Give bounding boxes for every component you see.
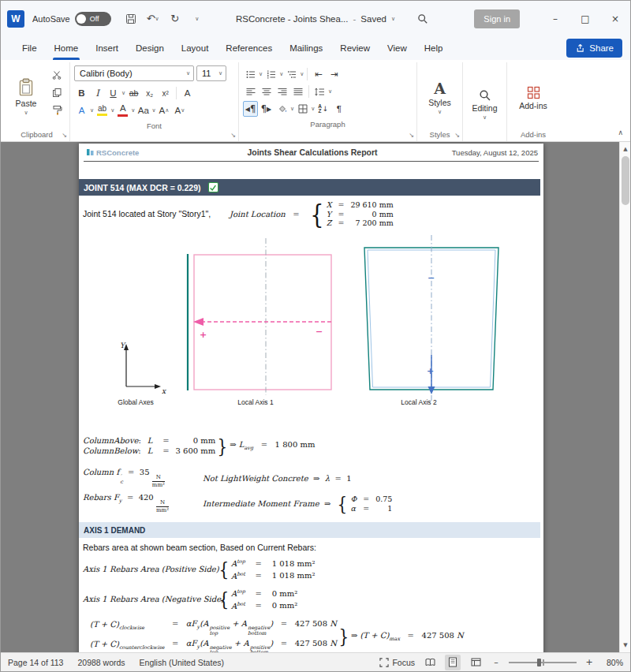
chevron-down-icon[interactable]: ∨ — [300, 71, 304, 77]
document-page[interactable]: RSConcrete Joints Shear Calculations Rep… — [79, 144, 543, 652]
scroll-up-icon[interactable]: ▲ — [620, 144, 630, 155]
tab-layout[interactable]: Layout — [173, 36, 218, 60]
font-color-button[interactable]: A — [115, 103, 130, 118]
minimize-button[interactable]: – — [540, 1, 570, 36]
decrease-indent-icon: ⇤ — [315, 69, 323, 80]
tab-review[interactable]: Review — [331, 36, 379, 60]
chevron-down-icon[interactable]: ∨ — [131, 107, 135, 114]
shrink-font-button[interactable]: A∨ — [173, 103, 188, 118]
font-dialog-launcher-icon[interactable]: ↘ — [230, 132, 236, 139]
chevron-down-icon[interactable]: ∨ — [311, 106, 315, 112]
document-title-area[interactable]: RSConcrete - Joints Shea... - Saved ∨ — [236, 14, 395, 24]
scroll-down-icon[interactable]: ▼ — [620, 640, 630, 651]
grow-font-button[interactable]: A∧ — [157, 103, 172, 118]
scrollbar-thumb[interactable] — [622, 156, 629, 205]
autosave-toggle[interactable]: Off — [75, 12, 111, 26]
redo-button[interactable]: ↻ — [165, 9, 185, 29]
copy-button[interactable] — [48, 85, 65, 99]
format-painter-button[interactable] — [48, 103, 65, 117]
show-hide-marks-button[interactable]: ¶ — [331, 101, 346, 117]
multilevel-list-button[interactable] — [284, 66, 299, 82]
vertical-scrollbar[interactable]: ▲ ▼ — [619, 142, 630, 652]
zoom-level[interactable]: 80% — [602, 658, 623, 667]
rtl-text-direction-button[interactable]: ¶▶ — [259, 101, 274, 117]
chevron-down-icon[interactable]: ∨ — [279, 71, 283, 77]
tab-design[interactable]: Design — [127, 36, 173, 60]
line-spacing-button[interactable] — [312, 84, 327, 99]
zoom-in-button[interactable]: + — [584, 657, 595, 668]
justify-button[interactable] — [290, 84, 305, 99]
strikethrough-button[interactable]: ab — [126, 85, 141, 101]
italic-button[interactable]: I — [90, 85, 105, 101]
addins-button[interactable]: Add-ins — [511, 64, 555, 128]
tab-mailings[interactable]: Mailings — [281, 36, 331, 60]
paragraph-dialog-launcher-icon[interactable]: ↘ — [409, 132, 414, 139]
sign-in-button[interactable]: Sign in — [474, 9, 520, 28]
subscript-button[interactable]: x₂ — [142, 85, 157, 101]
editing-button[interactable]: Editing ∨ — [467, 64, 502, 141]
font-size-combo[interactable]: 11∨ — [196, 65, 226, 81]
font-name-combo[interactable]: Calibri (Body)∨ — [74, 65, 194, 81]
share-button[interactable]: Share — [566, 39, 622, 58]
zoom-slider-thumb[interactable] — [537, 659, 541, 666]
styles-dialog-launcher-icon[interactable]: ↘ — [454, 132, 460, 139]
ltr-text-direction-button[interactable]: ◀¶ — [243, 101, 258, 117]
addins-icon — [527, 86, 540, 99]
undo-button[interactable]: ↶∨ — [143, 9, 163, 29]
chevron-down-icon[interactable]: ∨ — [328, 88, 332, 95]
print-layout-button[interactable] — [445, 655, 461, 670]
shading-button[interactable] — [274, 101, 289, 117]
borders-button[interactable] — [295, 101, 310, 117]
save-button[interactable] — [121, 9, 141, 29]
maximize-button[interactable]: □ — [570, 1, 600, 36]
underline-button[interactable]: U — [106, 85, 121, 101]
search-button[interactable] — [413, 9, 433, 29]
read-mode-button[interactable] — [422, 655, 438, 670]
word-app-icon[interactable]: W — [7, 10, 24, 28]
language-indicator[interactable]: English (United States) — [140, 658, 224, 667]
tab-home[interactable]: Home — [46, 36, 88, 60]
axis2-plus-sign: + — [427, 366, 434, 376]
paste-button[interactable]: Paste ∨ — [8, 64, 44, 128]
zoom-slider[interactable] — [509, 657, 577, 668]
tab-view[interactable]: View — [379, 36, 416, 60]
align-left-button[interactable] — [243, 84, 258, 99]
close-button[interactable]: × — [600, 1, 630, 36]
chevron-down-icon[interactable]: ∨ — [151, 107, 155, 114]
bold-button[interactable]: B — [74, 85, 89, 101]
chevron-down-icon[interactable]: ∨ — [121, 90, 125, 96]
highlight-button[interactable]: ab — [95, 103, 110, 118]
chevron-down-icon[interactable]: ∨ — [90, 107, 94, 114]
align-center-button[interactable] — [259, 84, 274, 99]
tab-insert[interactable]: Insert — [87, 36, 127, 60]
increase-indent-button[interactable]: ⇥ — [327, 66, 342, 82]
cut-button[interactable] — [48, 68, 65, 82]
tab-help[interactable]: Help — [416, 36, 452, 60]
decrease-indent-button[interactable]: ⇤ — [311, 66, 326, 82]
quick-access-menu-button[interactable]: ∨ — [187, 9, 207, 29]
focus-button[interactable]: Focus — [379, 658, 415, 667]
page-indicator[interactable]: Page 14 of 113 — [8, 658, 63, 667]
zoom-out-button[interactable]: – — [491, 657, 502, 668]
text-effects-button[interactable]: A — [74, 103, 89, 118]
align-right-button[interactable] — [274, 84, 289, 99]
collapse-ribbon-button[interactable]: ∧ — [618, 129, 623, 136]
sort-button[interactable]: AZ↓ — [316, 101, 330, 117]
word-count[interactable]: 20988 words — [77, 658, 125, 667]
numbering-button[interactable] — [263, 66, 278, 82]
web-layout-button[interactable] — [468, 655, 484, 670]
styles-button[interactable]: A Styles ∨ — [421, 64, 458, 128]
chevron-down-icon[interactable]: ∨ — [110, 107, 114, 114]
change-case-button[interactable]: Aa — [136, 103, 151, 118]
chevron-down-icon[interactable]: ∨ — [259, 71, 263, 77]
clipboard-dialog-launcher-icon[interactable]: ↘ — [62, 132, 67, 139]
bullets-button[interactable] — [243, 66, 258, 82]
superscript-button[interactable]: x² — [158, 85, 173, 101]
clear-formatting-button[interactable]: A — [180, 85, 195, 101]
chevron-down-icon[interactable]: ∨ — [290, 106, 294, 112]
document-area[interactable]: RSConcrete Joints Shear Calculations Rep… — [1, 142, 630, 652]
numbering-icon — [267, 70, 276, 79]
pilcrow-icon: ¶ — [261, 103, 267, 114]
tab-references[interactable]: References — [217, 36, 281, 60]
tab-file[interactable]: File — [13, 36, 46, 60]
